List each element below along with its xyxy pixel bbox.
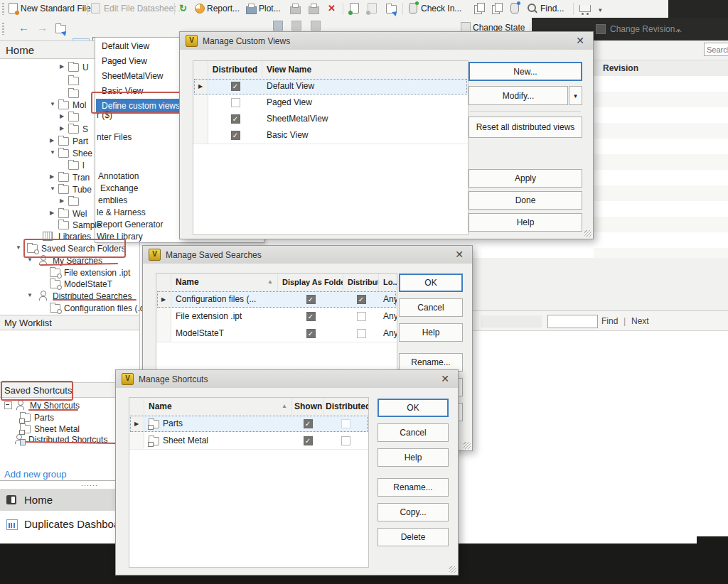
table-row[interactable]: ▶ Parts ✓ — [129, 415, 368, 433]
close-icon[interactable]: ✕ — [441, 373, 449, 384]
file-grid-rows[interactable] — [594, 76, 728, 258]
new-folder-icon[interactable] — [386, 5, 397, 13]
column-header-shown[interactable]: Shown — [292, 398, 323, 415]
table-row[interactable]: ✓ SheetMetalView — [193, 111, 468, 128]
help-button[interactable]: Help — [469, 213, 582, 232]
cancel-button[interactable]: Cancel — [399, 298, 463, 317]
chevron-down-icon[interactable]: ▼ — [50, 101, 55, 108]
tree-item[interactable] — [0, 75, 140, 87]
name-cell[interactable]: Configuration files (... — [171, 291, 278, 308]
chevron-right-icon[interactable]: ▶ — [50, 210, 54, 217]
column-header-distributed[interactable]: Distributed — [343, 274, 379, 291]
modify-button[interactable]: Modify... — [469, 86, 568, 105]
revision-column-header[interactable]: Revision — [603, 63, 638, 73]
chevron-right-icon[interactable]: ▶ — [50, 173, 54, 180]
checkbox-unchecked[interactable] — [357, 312, 366, 321]
view-name-cell[interactable]: Basic View — [262, 127, 468, 144]
table-row[interactable]: ✓ Basic View — [193, 127, 468, 144]
checkbox-checked[interactable]: ✓ — [306, 329, 316, 338]
chevron-right-icon[interactable]: ▶ — [60, 198, 64, 205]
close-icon[interactable]: ✕ — [455, 249, 464, 260]
search-input[interactable] — [704, 43, 728, 56]
location-cell[interactable]: Any — [379, 291, 397, 308]
ok-button[interactable]: OK — [378, 399, 449, 417]
report-button[interactable]: Report... — [207, 4, 240, 13]
pack-and-go-icon[interactable] — [579, 5, 591, 12]
dialog-titlebar[interactable]: Manage Saved Searches — [143, 246, 472, 264]
view-name-cell[interactable]: Paged View — [262, 94, 468, 111]
chevron-right-icon[interactable]: ▶ — [60, 63, 64, 70]
resize-grip[interactable] — [449, 566, 456, 573]
copy-button[interactable]: Copy... — [378, 503, 449, 521]
new-standard-file-icon[interactable] — [9, 3, 18, 13]
checkbox-checked[interactable]: ✓ — [304, 436, 313, 445]
table-row[interactable]: ▶ Configuration files (... ✓ ✓ Any — [156, 291, 397, 308]
distributed-cell[interactable] — [343, 325, 379, 342]
search-icon[interactable] — [528, 4, 536, 12]
close-icon[interactable]: ✕ — [576, 35, 584, 46]
display-as-folder-cell[interactable]: ✓ — [278, 325, 343, 342]
distributed-cell[interactable]: ✓ — [208, 78, 262, 94]
shown-cell[interactable]: ✓ — [292, 432, 323, 449]
chevron-down-icon[interactable]: ▼ — [50, 185, 55, 193]
location-cell[interactable]: Any — [379, 308, 397, 325]
distributed-cell[interactable]: ✓ — [343, 291, 379, 308]
checkbox-checked[interactable]: ✓ — [304, 419, 313, 428]
resize-grip[interactable] — [464, 442, 471, 449]
report-icon[interactable] — [195, 4, 205, 13]
help-button[interactable]: Help — [378, 448, 449, 467]
find-input[interactable] — [547, 315, 598, 328]
tree-item[interactable]: ▼Shee — [0, 147, 140, 159]
chevron-down-icon[interactable]: ▼ — [27, 292, 33, 299]
cancel-button[interactable]: Cancel — [378, 423, 449, 442]
rename-button[interactable]: Rename... — [378, 478, 449, 497]
next-link[interactable]: Next — [631, 316, 649, 326]
collapse-minus-icon[interactable] — [4, 401, 12, 409]
apply-button[interactable]: Apply — [469, 169, 582, 188]
checkbox-checked[interactable]: ✓ — [231, 82, 240, 91]
checkbox-checked[interactable]: ✓ — [231, 131, 240, 140]
table-row[interactable]: File extension .ipt ✓ Any — [156, 308, 397, 325]
distributed-cell[interactable]: ✓ — [208, 127, 262, 144]
column-header-distributed[interactable]: Distributed — [323, 398, 368, 415]
chevron-down-icon[interactable]: ▼ — [50, 149, 55, 156]
new-standard-file-button[interactable]: New Standard File ... — [21, 4, 100, 13]
new-button[interactable]: New... — [469, 62, 582, 81]
find-button[interactable]: Find... — [540, 4, 564, 13]
name-cell[interactable]: Sheet Metal — [144, 432, 292, 449]
check-out-icon[interactable] — [474, 5, 482, 14]
nav-splitter-dots[interactable]: ······ — [81, 482, 98, 489]
tree-item[interactable]: Configuration files (.c — [0, 302, 140, 314]
checkbox-checked[interactable]: ✓ — [231, 114, 240, 124]
distributed-cell[interactable] — [343, 308, 379, 325]
checkbox-unchecked[interactable] — [231, 98, 240, 107]
column-header-distributed[interactable]: Distributed — [208, 61, 262, 78]
go-up-folder-icon[interactable] — [55, 25, 66, 33]
checkbox-checked[interactable]: ✓ — [306, 312, 316, 321]
column-header-name[interactable]: Name▲ — [144, 398, 292, 415]
distributed-cell[interactable] — [323, 415, 368, 432]
table-row[interactable]: Paged View — [193, 94, 468, 112]
display-as-folder-cell[interactable]: ✓ — [278, 308, 343, 325]
ok-button[interactable]: OK — [399, 274, 463, 292]
reset-distributed-views-button[interactable]: Reset all distributed views — [469, 117, 582, 138]
resize-grip[interactable] — [584, 230, 592, 237]
location-cell[interactable]: Any — [379, 325, 397, 342]
display-as-folder-cell[interactable]: ✓ — [278, 291, 343, 308]
chevron-down-icon[interactable]: ▼ — [16, 244, 21, 252]
add-new-group-link[interactable]: Add new group — [4, 469, 66, 480]
name-cell[interactable]: Parts — [144, 415, 292, 432]
check-in-button[interactable]: Check In... — [421, 4, 461, 13]
distributed-cell[interactable]: ✓ — [208, 111, 262, 127]
shown-cell[interactable]: ✓ — [292, 415, 323, 432]
column-header-name[interactable]: Name▲ — [171, 274, 278, 291]
distributed-cell[interactable] — [208, 94, 262, 111]
check-in-icon[interactable] — [409, 3, 417, 13]
table-row[interactable]: ModelStateT ✓ Any — [156, 325, 397, 342]
view-name-cell[interactable]: Default View — [262, 78, 468, 94]
distributed-cell[interactable] — [323, 432, 368, 449]
refresh-icon[interactable]: ↻ — [179, 4, 187, 13]
worklist-panel-header[interactable]: My Worklist — [0, 315, 140, 330]
table-row[interactable]: ▶ ✓ Default View — [193, 78, 468, 95]
name-cell[interactable]: File extension .ipt — [171, 308, 278, 325]
